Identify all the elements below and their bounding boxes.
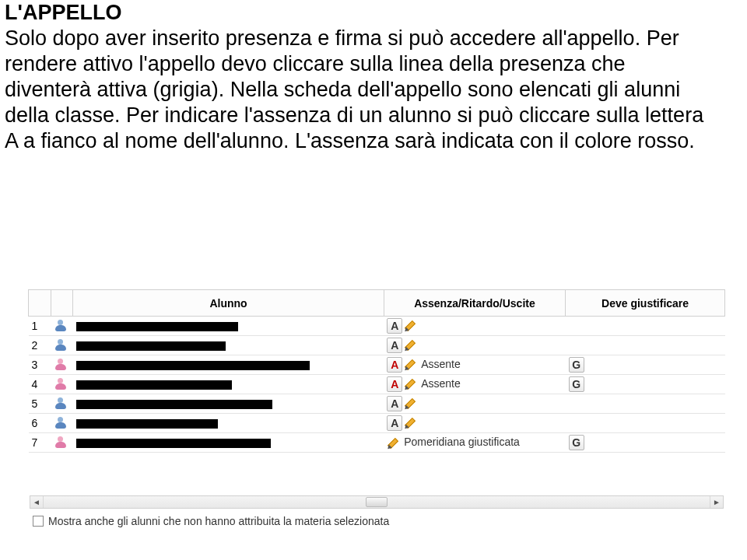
footer-label: Mostra anche gli alunni che non hanno at…: [48, 515, 389, 527]
redaction-bar: [76, 322, 238, 331]
justify-cell: [566, 414, 725, 433]
col-header-blank: [51, 290, 73, 317]
edit-icon[interactable]: [404, 320, 416, 332]
absence-cell: AAssente: [384, 355, 565, 375]
person-icon: [54, 436, 68, 450]
person-icon: [54, 338, 68, 352]
row-number: 1: [29, 317, 51, 336]
scroll-thumb[interactable]: [366, 497, 388, 507]
student-icon: [51, 336, 73, 355]
edit-icon[interactable]: [387, 437, 399, 450]
body-line: A a fianco al nome dell'alunno. L'assenz…: [5, 128, 742, 154]
mark-absent-button[interactable]: A: [387, 376, 402, 392]
student-name-redacted: [73, 414, 384, 433]
row-number: 4: [29, 375, 51, 394]
absence-cell: A: [384, 317, 565, 336]
redaction-bar: [76, 380, 232, 390]
redaction-bar: [76, 341, 226, 351]
absence-cell: AAssente: [384, 375, 565, 394]
absence-cell: A: [384, 414, 565, 433]
redaction-bar: [76, 361, 310, 370]
body-line: Solo dopo aver inserito presenza e firma…: [5, 26, 742, 51]
table-screenshot: Alunno Assenza/Ritardo/Uscite Deve giust…: [28, 289, 725, 532]
horizontal-scrollbar[interactable]: ◄ ►: [30, 495, 724, 509]
student-icon: [51, 394, 73, 414]
student-name-redacted: [73, 375, 384, 394]
person-icon: [54, 377, 68, 391]
mark-absent-button[interactable]: A: [387, 396, 402, 411]
student-icon: [51, 375, 73, 394]
col-header-assenza[interactable]: Assenza/Ritardo/Uscite: [384, 290, 565, 317]
col-header-blank: [29, 290, 51, 317]
show-all-checkbox[interactable]: [33, 516, 44, 527]
justify-cell: [566, 394, 725, 414]
justify-cell: [566, 336, 725, 355]
justify-cell: G: [566, 355, 725, 375]
row-number: 6: [29, 414, 51, 433]
student-icon: [51, 433, 73, 453]
scroll-left-icon[interactable]: ◄: [30, 496, 44, 508]
edit-icon[interactable]: [404, 417, 416, 429]
absence-status: Pomeridiana giustificata: [404, 436, 520, 448]
scroll-right-icon[interactable]: ►: [710, 496, 723, 508]
absence-status: Assente: [421, 377, 461, 390]
body-line: della classe. Per indicare l'assenza di …: [5, 103, 742, 128]
table-row[interactable]: 6A: [29, 414, 725, 433]
table-row[interactable]: 4AAssenteG: [29, 375, 725, 394]
body-line: rendere attivo l'appello devo cliccare s…: [5, 51, 742, 77]
justify-button[interactable]: G: [569, 376, 584, 392]
student-icon: [51, 414, 73, 433]
redaction-bar: [76, 400, 272, 409]
row-number: 7: [29, 433, 51, 453]
redaction-bar: [76, 419, 218, 429]
footer-row: Mostra anche gli alunni che non hanno at…: [30, 512, 724, 530]
row-number: 5: [29, 394, 51, 414]
justify-cell: [566, 317, 725, 336]
student-icon: [51, 355, 73, 375]
row-number: 3: [29, 355, 51, 375]
mark-absent-button[interactable]: A: [387, 357, 402, 373]
body-line: diventerà attiva (grigia). Nella scheda …: [5, 77, 742, 103]
student-name-redacted: [73, 433, 384, 453]
student-icon: [51, 317, 73, 336]
student-name-redacted: [73, 336, 384, 355]
absence-status: Assente: [421, 358, 461, 370]
table-row[interactable]: 1A: [29, 317, 725, 336]
mark-absent-button[interactable]: A: [387, 338, 402, 353]
table-row[interactable]: 5A: [29, 394, 725, 414]
student-name-redacted: [73, 317, 384, 336]
person-icon: [54, 358, 68, 372]
redaction-bar: [76, 439, 271, 448]
person-icon: [54, 397, 68, 411]
col-header-giustifica[interactable]: Deve giustificare: [566, 290, 725, 317]
edit-icon[interactable]: [404, 378, 416, 390]
student-name-redacted: [73, 355, 384, 375]
absence-cell: A: [384, 394, 565, 414]
table-row[interactable]: 2A: [29, 336, 725, 355]
justify-cell: G: [566, 375, 725, 394]
absence-cell: Pomeridiana giustificata: [384, 433, 565, 453]
students-table: Alunno Assenza/Ritardo/Uscite Deve giust…: [28, 289, 725, 453]
person-icon: [54, 319, 68, 333]
person-icon: [54, 416, 68, 430]
student-name-redacted: [73, 394, 384, 414]
table-row[interactable]: 7Pomeridiana giustificataG: [29, 433, 725, 453]
edit-icon[interactable]: [404, 397, 416, 410]
mark-absent-button[interactable]: A: [387, 318, 402, 334]
edit-icon[interactable]: [404, 339, 416, 352]
justify-cell: G: [566, 433, 725, 453]
page-title: L'APPELLO: [5, 0, 742, 26]
table-row[interactable]: 3AAssenteG: [29, 355, 725, 375]
mark-absent-button[interactable]: A: [387, 415, 402, 431]
justify-button[interactable]: G: [569, 357, 584, 373]
absence-cell: A: [384, 336, 565, 355]
row-number: 2: [29, 336, 51, 355]
justify-button[interactable]: G: [569, 435, 584, 450]
col-header-alunno[interactable]: Alunno: [73, 290, 384, 317]
edit-icon[interactable]: [404, 359, 416, 371]
